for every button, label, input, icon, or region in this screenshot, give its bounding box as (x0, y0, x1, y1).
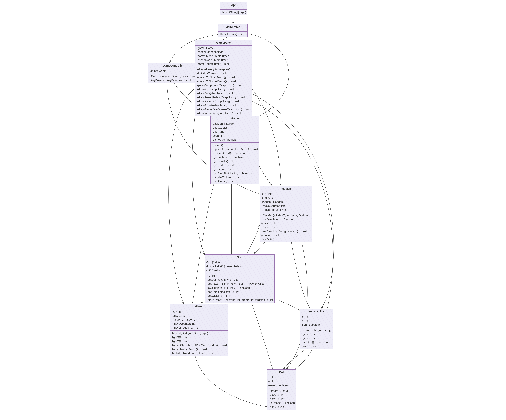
class-title: MainFrame (218, 24, 247, 30)
field: -grid: Grid; (172, 314, 227, 318)
class-Game: Game -pacMan: PacMan -ghosts: List -grid… (211, 116, 259, 184)
uml-canvas: App +main(String[] args) MainFrame +Main… (0, 0, 506, 420)
class-title: Dot (267, 370, 296, 375)
method: +getX() : : int (268, 393, 295, 397)
method: +initializeTimers() : : void (197, 72, 251, 75)
class-title: PacMan (260, 186, 312, 191)
field: -y: int (268, 379, 295, 383)
field: -gameUpdateTimer: Timer (197, 62, 251, 66)
class-title: App (220, 2, 247, 8)
field: -x: int (301, 315, 331, 319)
field: - moveCounter: int; (172, 322, 227, 326)
field: -game: Game (149, 69, 197, 73)
method: +getY() : : int (268, 397, 295, 401)
method: +bfs(int startX, int startY, int targetX… (206, 298, 273, 302)
method: +MainFrame() : : void (220, 32, 246, 36)
class-App: App +main(String[] args) (220, 2, 247, 15)
method: +drawGrid(Graphics g) : : void (197, 87, 251, 92)
field: -chaseMode: boolean (197, 50, 251, 54)
field: -x, y: int; (261, 192, 310, 196)
field: -gameOver: boolean (212, 138, 258, 142)
method: +moveChaseMode(PacMan pacMan) : : void (172, 343, 227, 347)
field: -x, y: int; (172, 310, 227, 314)
method: +switchToNormalMode() : : void (197, 79, 251, 83)
method: +keyPressed(KeyEvent e) : : void (149, 78, 197, 82)
method: +pacManAteAllDots() : : boolean (212, 171, 258, 175)
field: - moveFrequency: int; (172, 326, 227, 330)
method: +getDot(int x, int y) : : Dot (206, 278, 273, 282)
class-MainFrame: MainFrame +MainFrame() : : void (218, 24, 247, 37)
method: +moveNormalMode() : : void (172, 347, 227, 351)
method: +drawPowerPellets(Graphics g) : : void (197, 95, 251, 99)
class-Grid: Grid -Dot[][] dots -PowerPellet[][] powe… (205, 254, 274, 303)
class-Dot: Dot -x: int -y: int -eaten: boolean +Dot… (267, 369, 296, 410)
arrows-layer (0, 0, 506, 420)
field: -int[][] walls (206, 269, 273, 272)
field: -chaseModeTimer: Timer (197, 58, 251, 62)
method: +getX() : : int (301, 332, 331, 336)
method: +PowerPellet(int x, int y) (301, 328, 331, 332)
method: +drawGhosts(Graphics g) : : void (197, 103, 251, 107)
class-title: Grid (205, 255, 274, 260)
field: -ghosts: List (212, 126, 258, 130)
method: +move() : : void (261, 233, 310, 237)
method: +getY() : : int (261, 225, 310, 229)
method: +eat() : : void (301, 344, 331, 348)
method: +isEaten() : : boolean (268, 401, 295, 405)
class-title: Game (211, 116, 259, 121)
method: +Ghost(Grid grid, String type) (172, 331, 227, 335)
method: +getScore() : : int (212, 167, 258, 171)
method: +paintComponent(Graphics g) : : void (197, 83, 251, 87)
method: +drawPacMan(Graphics g) : : void (197, 99, 251, 104)
field: -eaten: boolean (301, 323, 331, 327)
field: -game: Game (197, 46, 251, 50)
class-title: Ghost (170, 304, 228, 309)
method: +getGhosts() : : List (212, 159, 258, 163)
field: -Dot[][] dots (206, 260, 273, 264)
class-title: GamePanel (195, 40, 252, 46)
method: +handleCollision() : : void (212, 175, 258, 179)
method: +getPacMan() : : PacMan (212, 155, 258, 159)
field: -score: int (212, 134, 258, 138)
method: +isGameOver() : : boolean (212, 151, 258, 155)
method: +main(String[] args) (221, 10, 246, 14)
class-GamePanel: GamePanel -game: Game -chaseMode: boolea… (195, 40, 253, 116)
method: +setDirection(String direction) : : void (261, 229, 310, 233)
field: -grid: Grid; (261, 196, 310, 200)
field: -grid: Grid (212, 130, 258, 134)
method: +drawDots(Graphics g) : : void (197, 92, 251, 95)
field: -eaten: boolean (268, 383, 295, 387)
method: +getY() : : int (301, 336, 331, 340)
class-Ghost: Ghost -x, y: int; -grid: Grid; -random: … (170, 304, 228, 356)
class-PacMan: PacMan -x, y: int; -grid: Grid; -random:… (260, 186, 312, 242)
method: +initializeRandomPosition() : : void (172, 351, 227, 355)
method: +getDirection() : : Direction (261, 217, 310, 221)
field: -random: Random; (172, 318, 227, 322)
method: +getY() : : int (172, 339, 227, 343)
method: +getX() : : int (172, 335, 227, 339)
method: +switchToChaseMode() : : void (197, 75, 251, 79)
method: +Grid() (206, 274, 273, 278)
class-title: GameController (148, 63, 198, 68)
method: +getWalls() : : int[][] (206, 294, 273, 298)
method: +endGame() : : void (212, 179, 258, 183)
method: +getRemainingDots() : : int (206, 290, 273, 294)
class-title: PowerPellet (300, 309, 333, 314)
field: -y: int (301, 319, 331, 323)
method: +isEaten() : : boolean (301, 340, 331, 344)
method: +Game() (212, 143, 258, 147)
field: -x: int (268, 375, 295, 380)
field: - moveFrequency: int; (261, 208, 310, 212)
method: +Dot(int x, int y) (268, 389, 295, 393)
method: +GameController(Game game) : : void (149, 74, 197, 78)
method: +update(boolean chaseMode) : : void (212, 147, 258, 151)
method: +eat() : : void (268, 405, 295, 409)
method: +getX() : : int (261, 221, 310, 225)
class-GameController: GameController -game: Game +GameControll… (148, 63, 198, 83)
method: +GamePanel(Game game) (197, 67, 251, 72)
method: +drawWinScreen(Graphics g) : : void (197, 112, 251, 116)
field: -PowerPellet[][] powerPellets (206, 264, 273, 269)
field: -random: Random; (261, 200, 310, 204)
method: +eatDots() : : (261, 237, 310, 241)
field: -pacMan: PacMan (212, 122, 258, 126)
